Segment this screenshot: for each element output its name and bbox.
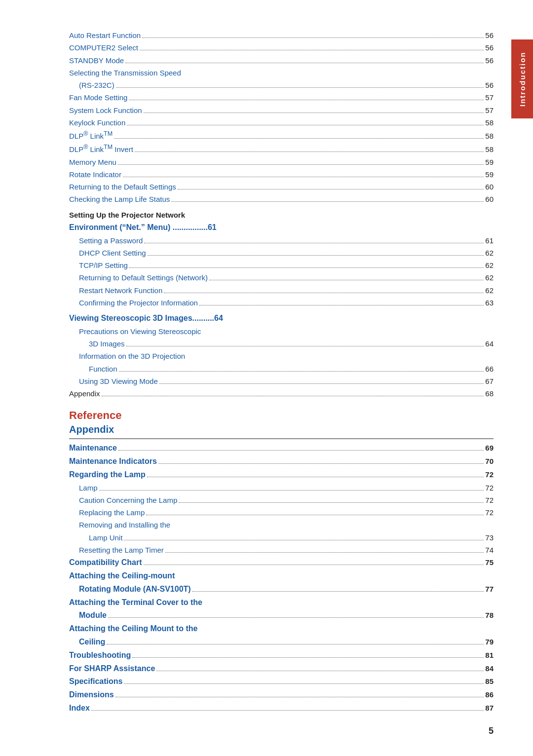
- toc-entry-ceiling-mount-header: Attaching the Ceiling-mount: [69, 570, 494, 582]
- toc-entry-index: Index 87: [69, 702, 494, 715]
- toc-entry-3d-viewing: Using 3D Viewing Mode 67: [69, 376, 494, 387]
- toc-entry-troubleshooting: Troubleshooting 81: [69, 649, 494, 662]
- stereo-section: Viewing Stereoscopic 3D Images..........…: [69, 312, 494, 399]
- toc-entry-ceiling-mount2-header: Attaching the Ceiling Mount to the: [69, 623, 494, 635]
- appendix-header: Appendix: [69, 424, 494, 439]
- toc-entry-rotate-indicator: Rotate Indicator 59: [69, 169, 494, 180]
- side-tab: Introduction: [511, 39, 533, 118]
- network-sub-header: Environment (“Net.” Menu) ..............…: [69, 222, 494, 234]
- page-container: Introduction Auto Restart Function 56 CO…: [0, 0, 533, 756]
- toc-entry-specifications: Specifications 85: [69, 676, 494, 688]
- toc-entry-rotating-module: Rotating Module (AN-SV100T) 77: [69, 583, 494, 596]
- toc-entry-return-network: Returning to Default Settings (Network) …: [69, 272, 494, 283]
- toc-entry-removing-header: Removing and Installing the: [69, 519, 494, 530]
- toc-entry-3d-projection-header: Information on the 3D Projection: [69, 350, 494, 362]
- network-section: Setting Up the Projector Network Environ…: [69, 209, 494, 309]
- toc-entry-resetting-timer: Resetting the Lamp Timer 74: [69, 544, 494, 556]
- toc-entry-compat-chart: Compatibility Chart 75: [69, 557, 494, 569]
- toc-entry-standby: STANDBY Mode 56: [69, 55, 494, 66]
- toc-entry-return-default: Returning to the Default Settings 60: [69, 181, 494, 192]
- toc-entry-fan-mode: Fan Mode Setting 57: [69, 92, 494, 103]
- toc-entry-sharp-assistance: For SHARP Assistance 84: [69, 663, 494, 675]
- toc-entry-keylock: Keylock Function 58: [69, 117, 494, 128]
- toc-entry-auto-restart: Auto Restart Function 56: [69, 30, 494, 41]
- toc-entry-3d-images: 3D Images 64: [69, 338, 494, 349]
- toc-entry-lamp: Lamp 72: [69, 482, 494, 493]
- toc-entry-system-lock: System Lock Function 57: [69, 105, 494, 116]
- toc-entry-memory-menu: Memory Menu 59: [69, 156, 494, 168]
- toc-entry-dlp-link-invert: DLP® LinkTM Invert 58: [69, 143, 494, 155]
- toc-entry-tcpip: TCP/IP Setting 62: [69, 260, 494, 271]
- toc-entry-regarding-lamp: Regarding the Lamp 72: [69, 469, 494, 481]
- toc-entry-maintenance: Maintenance 69: [69, 442, 494, 454]
- toc-entry-lamp-unit: Lamp Unit 73: [69, 532, 494, 543]
- toc-entry-caution-lamp: Caution Concerning the Lamp 72: [69, 494, 494, 506]
- toc-entry-replacing-lamp: Replacing the Lamp 72: [69, 507, 494, 518]
- toc-entry-projector-info: Confirming the Projector Information 63: [69, 297, 494, 308]
- toc-entry-ceiling: Ceiling 79: [69, 636, 494, 648]
- toc-entry-dimensions: Dimensions 86: [69, 689, 494, 701]
- side-tab-label: Introduction: [518, 51, 527, 106]
- toc-entry-appendix: Appendix 68: [69, 388, 494, 399]
- toc-entry-transmission-header: Selecting the Transmission Speed: [69, 67, 494, 78]
- toc-entry-password: Setting a Password 61: [69, 235, 494, 246]
- page-number: 5: [489, 726, 494, 736]
- toc-entry-restart-network: Restart Network Function 62: [69, 285, 494, 296]
- toc-entry-function: Function 66: [69, 363, 494, 375]
- toc-entry-precautions-header: Precautions on Viewing Stereoscopic: [69, 326, 494, 337]
- reference-header: Reference: [69, 409, 494, 422]
- toc-entry-module: Module 78: [69, 609, 494, 622]
- toc-entry-dhcp: DHCP Client Setting 62: [69, 247, 494, 259]
- network-section-header: Setting Up the Projector Network: [69, 209, 494, 221]
- appendix-toc: Maintenance 69 Maintenance Indicators 70…: [69, 442, 494, 714]
- toc-entry-computer2: COMPUTER2 Select 56: [69, 42, 494, 53]
- toc-entry-lamp-life: Checking the Lamp Life Status 60: [69, 193, 494, 205]
- toc-entry-terminal-cover-header: Attaching the Terminal Cover to the: [69, 597, 494, 609]
- upper-toc-section: Auto Restart Function 56 COMPUTER2 Selec…: [69, 30, 494, 205]
- stereo-header: Viewing Stereoscopic 3D Images..........…: [69, 312, 494, 325]
- toc-entry-rs232c: (RS-232C) 56: [69, 79, 494, 91]
- toc-entry-dlp-link: DLP® LinkTM 58: [69, 129, 494, 142]
- toc-entry-maint-indicators: Maintenance Indicators 70: [69, 455, 494, 468]
